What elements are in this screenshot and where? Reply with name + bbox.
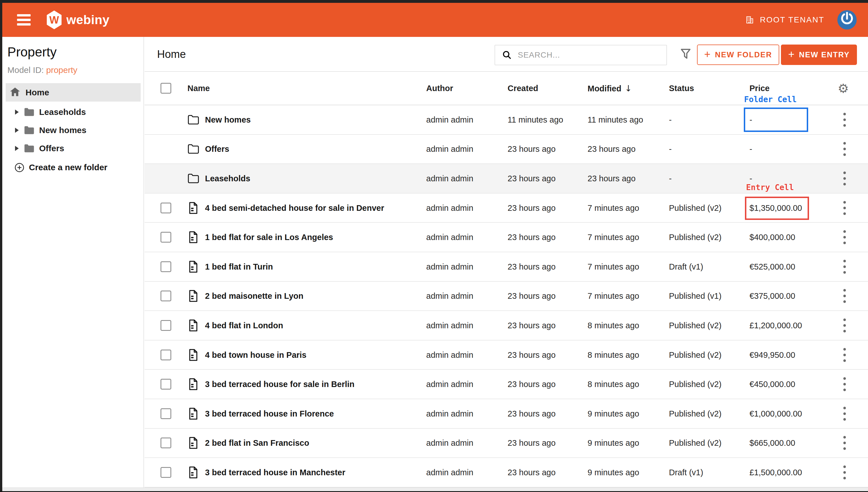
page-header: Home + NEW FOLDER + NEW ENTRY [144,37,868,72]
row-status: Published (v2) [669,203,721,213]
chevron-right-icon[interactable] [15,128,19,133]
page-title: Home [157,48,186,60]
row-checkbox[interactable] [160,379,171,390]
search-icon [502,50,512,60]
table-row[interactable]: 3 bed terraced house for sale in Berlina… [144,370,868,399]
row-actions-kebab-icon[interactable] [842,288,848,305]
table-settings-gear-icon[interactable]: ⚙ [838,81,849,96]
row-modified: 11 minutes ago [587,115,643,124]
table-row[interactable]: New homesadmin admin11 minutes ago11 min… [144,105,868,135]
plus-icon: + [788,48,795,60]
row-author: admin admin [426,174,473,183]
sidebar-folder-label: New homes [39,125,86,135]
table-row[interactable]: 4 bed flat in Londonadmin admin23 hours … [144,311,868,341]
select-all-checkbox[interactable] [160,83,171,94]
table-row[interactable]: Leaseholdsadmin admin23 hours ago23 hour… [144,164,868,194]
row-actions-kebab-icon[interactable] [842,464,848,481]
sidebar-folder-item[interactable]: New homes [6,121,141,139]
modified-label: Modified [587,84,621,93]
webiny-hexagon-icon: W [47,10,62,29]
row-author: admin admin [426,203,473,213]
row-checkbox[interactable] [160,261,171,272]
create-folder-button[interactable]: Create a new folder [6,159,141,176]
model-id-value[interactable]: property [46,65,77,75]
row-created: 23 hours ago [507,321,555,330]
row-modified: 7 minutes ago [587,291,639,301]
column-header-price[interactable]: Price [749,84,770,93]
table-row[interactable]: 1 bed flat for sale in Los Angelesadmin … [144,223,868,252]
column-header-created[interactable]: Created [507,84,538,93]
plus-circle-icon [14,162,25,173]
table-row[interactable]: 3 bed terraced house in Manchesteradmin … [144,458,868,488]
row-actions-kebab-icon[interactable] [842,435,848,452]
hamburger-menu-icon[interactable] [17,12,31,28]
column-header-name[interactable]: Name [187,84,210,93]
model-title: Property [7,44,57,59]
row-actions-kebab-icon[interactable] [842,376,848,393]
row-actions-kebab-icon[interactable] [842,317,848,334]
folder-icon [187,173,200,184]
table-row[interactable]: Offersadmin admin23 hours ago23 hours ag… [144,135,868,164]
chevron-right-icon[interactable] [15,109,19,115]
table-row[interactable]: 4 bed semi-detached house for sale in De… [144,194,868,223]
row-checkbox[interactable] [160,232,171,243]
table-header: Name Author Created Modified↓ Status Pri… [144,72,868,105]
chevron-right-icon[interactable] [15,146,19,151]
entries-table: New homesadmin admin11 minutes ago11 min… [144,105,868,488]
row-name: 2 bed maisonette in Lyon [205,291,304,301]
row-name: Offers [205,144,229,154]
row-author: admin admin [426,468,473,477]
row-status: Published (v2) [669,233,721,242]
row-author: admin admin [426,144,473,154]
document-icon [187,436,199,450]
row-actions-kebab-icon[interactable] [842,346,848,364]
column-header-author[interactable]: Author [426,84,453,93]
table-row[interactable]: 2 bed flat in San Franciscoadmin admin23… [144,429,868,458]
row-price: - [749,115,752,124]
row-checkbox[interactable] [160,320,171,331]
home-icon [9,87,21,98]
row-actions-kebab-icon[interactable] [842,111,848,128]
row-checkbox[interactable] [160,291,171,301]
row-actions-kebab-icon[interactable] [842,170,848,187]
row-checkbox[interactable] [160,467,171,478]
row-checkbox[interactable] [160,408,171,419]
filter-icon[interactable] [679,47,692,62]
sidebar-folder-item[interactable]: Leaseholds [6,103,141,121]
row-actions-kebab-icon[interactable] [842,258,848,275]
column-header-status[interactable]: Status [669,84,694,93]
document-icon [187,407,199,420]
plus-icon: + [704,48,711,60]
new-entry-label: NEW ENTRY [799,50,850,59]
folder-icon [187,144,200,154]
table-row[interactable]: 1 bed flat in Turinadmin admin23 hours a… [144,252,868,282]
row-actions-kebab-icon[interactable] [842,199,848,217]
row-modified: 7 minutes ago [587,262,639,271]
sidebar-folder-item[interactable]: Offers [6,139,141,157]
row-price: €949,950.00 [749,350,795,360]
sidebar-item-home[interactable]: Home [6,83,141,102]
table-row[interactable]: 2 bed maisonette in Lyonadmin admin23 ho… [144,282,868,311]
user-avatar[interactable] [837,10,857,29]
sidebar-folder-label: Leaseholds [39,107,86,117]
row-checkbox[interactable] [160,203,171,213]
row-name: 3 bed terraced house for sale in Berlin [205,379,354,389]
search-input[interactable] [518,50,654,59]
row-status: Published (v2) [669,379,721,389]
column-header-modified[interactable]: Modified↓ [587,83,632,93]
new-entry-button[interactable]: + NEW ENTRY [781,45,857,65]
row-checkbox[interactable] [160,349,171,360]
tenant-selector[interactable]: ROOT TENANT [745,15,824,24]
table-row[interactable]: 4 bed town house in Parisadmin admin23 h… [144,341,868,370]
row-actions-kebab-icon[interactable] [842,229,848,246]
webiny-logo[interactable]: W webiny [47,10,109,29]
row-actions-kebab-icon[interactable] [842,141,848,158]
table-row[interactable]: 3 bed terraced house in Florenceadmin ad… [144,399,868,429]
row-actions-kebab-icon[interactable] [842,405,848,422]
row-author: admin admin [426,409,473,418]
row-name: 4 bed flat in London [205,321,283,330]
row-name: 4 bed semi-detached house for sale in De… [205,203,384,213]
new-folder-button[interactable]: + NEW FOLDER [697,45,779,65]
window-edge-top [0,0,868,3]
row-checkbox[interactable] [160,438,171,448]
